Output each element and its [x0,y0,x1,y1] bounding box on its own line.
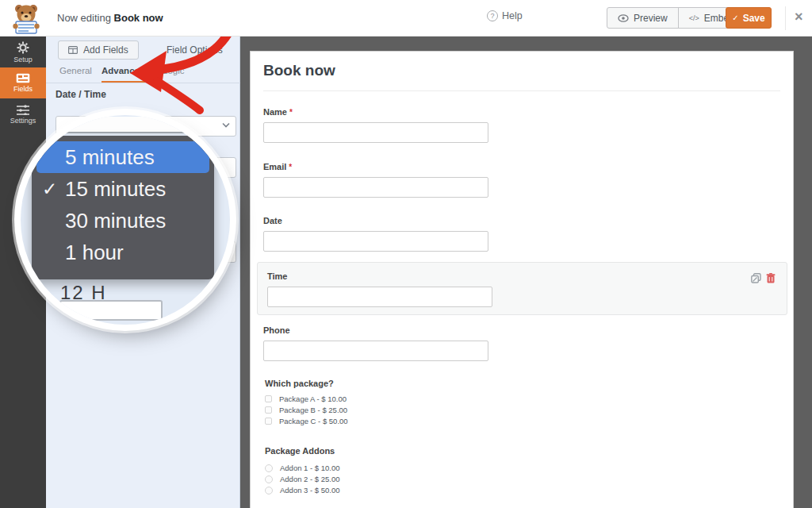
check-icon: ✓ [732,13,738,22]
sliders-icon [17,104,29,115]
radio-icon[interactable] [265,487,273,495]
grid-icon [68,46,78,54]
choice-row[interactable]: Addon 2 - $ 25.00 [265,475,340,483]
eye-icon [618,14,629,22]
radio-icon[interactable] [265,475,273,483]
sidebar-item-setup[interactable]: Setup [0,37,46,67]
subtab-logic[interactable]: Logic [163,66,185,81]
selected-check-icon: ✓ [42,173,57,205]
subtab-general[interactable]: General [59,66,92,81]
subtab-advanced[interactable]: Advanced [102,66,145,83]
form-title: Book now [263,62,335,79]
now-editing-text: Now editing Book now [57,12,163,24]
fields-icon [16,73,30,83]
field-label-time: Time [267,271,287,281]
field-input-email[interactable] [263,177,488,198]
field-input-time[interactable] [267,287,492,307]
topbar-divider [785,6,786,30]
choice-row[interactable]: Package C - $ 50.00 [265,417,348,425]
choice-row[interactable]: Addon 3 - $ 50.00 [265,486,340,495]
field-label-name: Name* [263,107,293,117]
gear-icon [17,41,29,54]
interval-dropdown-menu: 5 minutes ✓ 15 minutes 30 minutes 1 hour [32,136,214,279]
field-row-time-selected[interactable]: Time [257,262,787,315]
chevron-down-icon [222,122,230,128]
subtab-row: General Advanced Logic [46,62,240,83]
delete-field-icon[interactable] [766,273,776,283]
form-name: Book now [114,12,163,24]
menu-option-15-minutes[interactable]: ✓ 15 minutes [36,173,209,205]
help-icon: ? [487,10,498,21]
sidebar-item-fields[interactable]: Fields [0,67,46,98]
tab-field-options[interactable]: Field Options [167,44,223,56]
sidebar-item-label: Settings [10,117,36,125]
tab-add-fields[interactable]: Add Fields [58,40,139,60]
checkbox-icon[interactable] [265,395,272,402]
sidebar-item-settings[interactable]: Settings [0,98,46,129]
wpforms-logo [10,2,42,34]
menu-option-5-minutes[interactable]: 5 minutes [36,141,209,173]
sidebar-item-label: Fields [13,85,33,93]
field-input-name[interactable] [263,122,488,143]
menu-option-1-hour[interactable]: 1 hour [36,237,209,268]
field-label-date: Date [263,216,282,225]
magnifier-circle: 5 minutes ✓ 15 minutes 30 minutes 1 hour… [21,115,230,325]
choice-row[interactable]: Package A - $ 10.00 [265,394,347,403]
field-label-package-addons: Package Addons [265,446,335,456]
save-button[interactable]: ✓ Save [726,7,772,29]
choice-row[interactable]: Package B - $ 25.00 [265,406,347,414]
choice-row[interactable]: Addon 1 - $ 10.00 [265,464,340,472]
duplicate-field-icon[interactable] [751,273,761,283]
title-divider [263,90,780,91]
field-label-which-package: Which package? [265,379,334,388]
preview-button[interactable]: Preview [607,8,678,28]
field-options-heading: Date / Time [56,89,106,100]
top-bar: Now editing Book now ? Help Preview </> … [0,0,812,37]
form-preview-card: Book now Name* Email* Date Time [250,51,794,508]
field-label-email: Email* [263,162,292,171]
help-button[interactable]: ? Help [487,10,523,21]
radio-icon[interactable] [265,464,273,472]
field-input-phone[interactable] [263,341,488,361]
menu-option-30-minutes[interactable]: 30 minutes [36,205,209,237]
sidebar-item-label: Setup [13,56,33,64]
checkbox-icon[interactable] [265,418,272,425]
close-builder-icon[interactable]: × [795,9,803,25]
preview-embed-group: Preview </> Embed [607,7,745,29]
field-label-phone: Phone [263,325,290,335]
field-input-date[interactable] [263,231,488,252]
checkbox-icon[interactable] [265,406,272,414]
code-icon: </> [689,14,699,22]
